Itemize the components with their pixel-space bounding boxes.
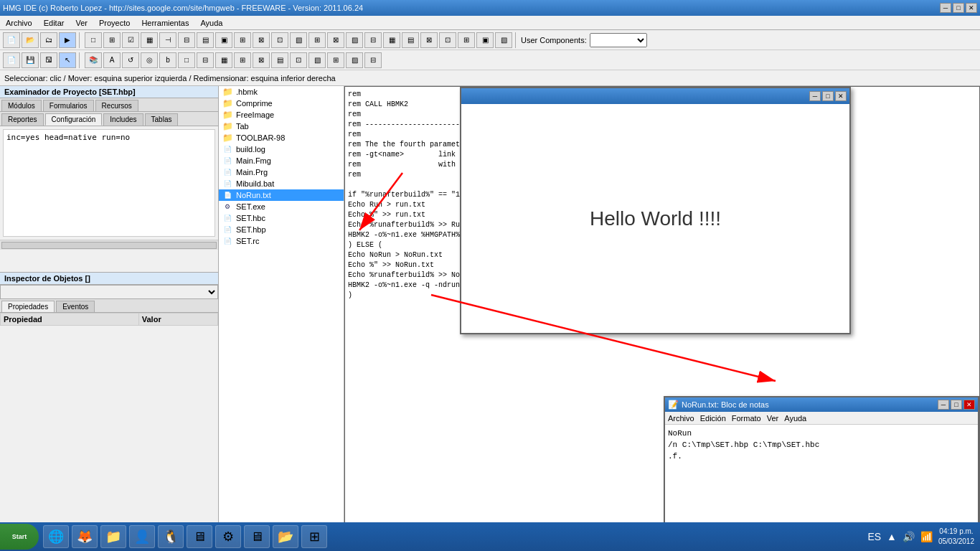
tb2-btn11[interactable]: ⊟ bbox=[197, 52, 214, 68]
tab-formularios[interactable]: Formularios bbox=[43, 100, 94, 111]
tb-btn10[interactable]: ⊟ bbox=[178, 32, 195, 48]
menu-ver[interactable]: Ver bbox=[72, 18, 90, 28]
file-item-toolbar98[interactable]: 📁 TOOLBAR-98 bbox=[219, 132, 344, 143]
tb-btn21[interactable]: ▦ bbox=[383, 32, 400, 48]
norun-close[interactable]: ✕ bbox=[963, 400, 975, 410]
taskbar-grid[interactable]: ⊞ bbox=[301, 525, 327, 548]
tb-btn7[interactable]: ☑ bbox=[122, 32, 139, 48]
tb2-btn13[interactable]: ⊞ bbox=[234, 52, 251, 68]
file-item-setrc[interactable]: 📄 SET.rc bbox=[219, 235, 344, 247]
tab-reportes[interactable]: Reportes bbox=[1, 113, 44, 126]
tb-btn16[interactable]: ▧ bbox=[290, 32, 307, 48]
tb-btn22[interactable]: ▤ bbox=[402, 32, 419, 48]
tb-btn24[interactable]: ⊡ bbox=[439, 32, 456, 48]
file-item-tab[interactable]: 📁 Tab bbox=[219, 121, 344, 132]
taskbar-firefox[interactable]: 🦊 bbox=[72, 525, 98, 548]
tb-btn15[interactable]: ⊡ bbox=[271, 32, 288, 48]
maximize-btn[interactable]: □ bbox=[953, 3, 964, 13]
tb-btn19[interactable]: ▨ bbox=[346, 32, 363, 48]
menu-ayuda[interactable]: Ayuda bbox=[197, 18, 225, 28]
tb-btn18[interactable]: ⊠ bbox=[327, 32, 344, 48]
file-item-comprime[interactable]: 📁 Comprime bbox=[219, 98, 344, 109]
tb-btn17[interactable]: ⊞ bbox=[308, 32, 326, 48]
tb2-btn17[interactable]: ▧ bbox=[308, 52, 326, 68]
file-item-sethbc[interactable]: 📄 SET.hbc bbox=[219, 212, 344, 224]
tb-play[interactable]: ▶ bbox=[59, 32, 76, 48]
file-item-mainfmg[interactable]: 📄 Main.Fmg bbox=[219, 155, 344, 166]
tb-btn5[interactable]: □ bbox=[85, 32, 102, 48]
tab-configuracion[interactable]: Configuración bbox=[45, 113, 103, 126]
norun-maximize[interactable]: □ bbox=[951, 400, 962, 410]
norun-minimize[interactable]: ─ bbox=[938, 400, 949, 410]
tb2-btn6[interactable]: A bbox=[103, 52, 121, 68]
tab-includes[interactable]: Includes bbox=[103, 113, 143, 126]
norun-menu-edicion[interactable]: Edición bbox=[700, 414, 726, 423]
tb2-btn1[interactable]: 📄 bbox=[3, 52, 20, 68]
taskbar-ie[interactable]: 🌐 bbox=[43, 525, 69, 548]
tb-btn20[interactable]: ⊟ bbox=[364, 32, 382, 48]
taskbar-chip[interactable]: ⚙ bbox=[215, 525, 241, 548]
file-item-sethbp[interactable]: 📄 SET.hbp bbox=[219, 224, 344, 235]
file-item-mibuildbat[interactable]: 📄 Mibuild.bat bbox=[219, 178, 344, 189]
tray-arrow[interactable]: ▲ bbox=[887, 531, 897, 542]
start-button[interactable]: Start bbox=[0, 524, 39, 550]
tb-btn11[interactable]: ▤ bbox=[197, 32, 214, 48]
tb2-btn5[interactable]: 📚 bbox=[85, 52, 102, 68]
close-btn[interactable]: ✕ bbox=[966, 3, 977, 13]
tb-btn6[interactable]: ⊞ bbox=[103, 32, 121, 48]
tb-open[interactable]: 📂 bbox=[22, 32, 39, 48]
file-item-buildlog[interactable]: 📄 build.log bbox=[219, 143, 344, 155]
config-content[interactable]: inc=yes head=native run=no bbox=[3, 129, 215, 237]
tab-modulos[interactable]: Módulos bbox=[1, 100, 42, 111]
tb2-btn8[interactable]: ◎ bbox=[141, 52, 158, 68]
menu-editar[interactable]: Editar bbox=[41, 18, 67, 28]
tab-tablas[interactable]: Tablas bbox=[145, 113, 179, 126]
tb2-btn14[interactable]: ⊠ bbox=[253, 52, 270, 68]
tb2-btn9[interactable]: b bbox=[159, 52, 176, 68]
tb2-btn7[interactable]: ↺ bbox=[122, 52, 139, 68]
tb-btn14[interactable]: ⊠ bbox=[253, 32, 270, 48]
tb-btn12[interactable]: ▣ bbox=[215, 32, 232, 48]
tb-btn27[interactable]: ▧ bbox=[495, 32, 512, 48]
user-components-select[interactable] bbox=[590, 33, 647, 47]
tb-new[interactable]: 📄 bbox=[3, 32, 20, 48]
taskbar-monitor[interactable]: 🖥 bbox=[244, 525, 270, 548]
norun-controls[interactable]: ─ □ ✕ bbox=[938, 400, 975, 410]
tb2-btn10[interactable]: □ bbox=[178, 52, 195, 68]
tb-btn26[interactable]: ▣ bbox=[476, 32, 494, 48]
tb2-btn2[interactable]: 💾 bbox=[22, 52, 39, 68]
file-item-noruntxt[interactable]: 📄 NoRun.txt bbox=[219, 189, 344, 201]
tab-propiedades[interactable]: Propiedades bbox=[1, 301, 55, 312]
inspector-select[interactable] bbox=[0, 285, 218, 299]
norun-menu-ver[interactable]: Ver bbox=[767, 414, 779, 423]
file-item-hbmk[interactable]: 📁 .hbmk bbox=[219, 86, 344, 98]
file-item-freeimage[interactable]: 📁 FreeImage bbox=[219, 109, 344, 121]
hw-maximize[interactable]: □ bbox=[822, 91, 834, 101]
tb-folder[interactable]: 🗂 bbox=[40, 32, 57, 48]
file-item-mainprg[interactable]: 📄 Main.Prg bbox=[219, 166, 344, 178]
tb2-btn16[interactable]: ⊡ bbox=[290, 52, 307, 68]
norun-menu-ayuda[interactable]: Ayuda bbox=[784, 414, 806, 423]
taskbar-terminal[interactable]: 🖥 bbox=[187, 525, 212, 548]
tb-btn25[interactable]: ⊞ bbox=[458, 32, 475, 48]
norun-text-area[interactable]: NoRun /n C:\Tmp\SET.hbp C:\Tmp\SET.hbc .… bbox=[665, 425, 978, 534]
tb2-btn3[interactable]: 🖫 bbox=[40, 52, 57, 68]
hello-world-controls[interactable]: ─ □ ✕ bbox=[809, 91, 847, 101]
minimize-btn[interactable]: ─ bbox=[940, 3, 951, 13]
tb2-btn12[interactable]: ▦ bbox=[215, 52, 232, 68]
tab-eventos[interactable]: Eventos bbox=[56, 301, 95, 312]
norun-menu-formato[interactable]: Formato bbox=[732, 414, 761, 423]
tb2-cursor[interactable]: ↖ bbox=[59, 52, 76, 68]
hw-close[interactable]: ✕ bbox=[835, 91, 847, 101]
menu-herramientas[interactable]: Herramientas bbox=[138, 18, 192, 28]
menu-proyecto[interactable]: Proyecto bbox=[96, 18, 133, 28]
hw-minimize[interactable]: ─ bbox=[809, 91, 821, 101]
tb-btn13[interactable]: ⊞ bbox=[234, 32, 251, 48]
tb-btn9[interactable]: ⊣ bbox=[159, 32, 176, 48]
tb-btn8[interactable]: ▦ bbox=[141, 32, 158, 48]
norun-menu-archivo[interactable]: Archivo bbox=[668, 414, 694, 423]
taskbar-folder2[interactable]: 📂 bbox=[273, 525, 298, 548]
tb2-btn19[interactable]: ▨ bbox=[346, 52, 363, 68]
menu-archivo[interactable]: Archivo bbox=[3, 18, 35, 28]
taskbar-user[interactable]: 👤 bbox=[129, 525, 155, 548]
